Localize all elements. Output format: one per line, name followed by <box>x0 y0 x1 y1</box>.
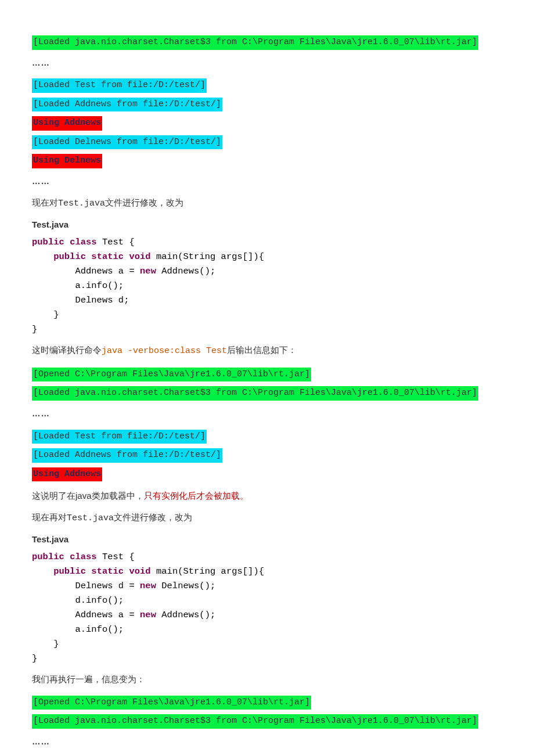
code-block-1: public class Test { public static void m… <box>32 235 502 337</box>
keyword-void: void <box>129 251 150 262</box>
paragraph-conclusion-1: 这说明了在java类加载器中，只有实例化后才会被加载。 <box>32 489 502 503</box>
code-text: d.info(); <box>32 595 124 606</box>
loaded-test-line: [Loaded Test from file:/D:/test/] <box>32 78 207 93</box>
code-text: Addnews(); <box>156 610 215 620</box>
log-line: [Loaded java.nio.charset.Charset$3 from … <box>32 385 502 402</box>
loaded-charset-line: [Loaded java.nio.charset.Charset$3 from … <box>32 714 478 729</box>
text-fragment: 后输出信息如下： <box>227 345 297 355</box>
log-line: [Loaded java.nio.charset.Charset$3 from … <box>32 713 502 730</box>
keyword-class: class <box>70 552 97 562</box>
using-delnews-line: Using Delnews <box>32 154 102 168</box>
opened-rt-line: [Opened C:\Program Files\Java\jre1.6.0_0… <box>32 696 311 710</box>
text-fragment: 这时编译执行命令 <box>32 345 102 355</box>
code-heading-1: Test.java <box>32 218 502 232</box>
opened-rt-line: [Opened C:\Program Files\Java\jre1.6.0_0… <box>32 368 311 382</box>
paragraph-rerun: 我们再执行一遍，信息变为： <box>32 673 502 686</box>
keyword-new: new <box>140 610 156 620</box>
text-fragment: 现在再对 <box>32 512 67 522</box>
using-addnews-line: Using Addnews <box>32 467 102 482</box>
code-text: Addnews(); <box>156 266 215 276</box>
document-page: [Loaded java.nio.charset.Charset$3 from … <box>0 0 534 756</box>
log-line: Using Delnews <box>32 153 502 170</box>
loaded-addnews-line: [Loaded Addnews from file:/D:/test/] <box>32 448 222 463</box>
keyword-public: public <box>53 566 86 577</box>
code-block-2: public class Test { public static void m… <box>32 550 502 667</box>
code-text: } <box>32 639 59 649</box>
code-text: Delnews d = <box>32 581 140 591</box>
code-text: Delnews d; <box>32 295 129 305</box>
code-text: Delnews(); <box>156 581 215 591</box>
code-heading-2: Test.java <box>32 533 502 546</box>
code-text: a.info(); <box>32 280 124 291</box>
command-text: java -verbose:class Test <box>102 346 227 356</box>
keyword-public: public <box>53 251 86 262</box>
page-footer: 5 / 10 <box>32 753 502 756</box>
code-text: main(String args[]){ <box>151 566 264 577</box>
loaded-charset-line: [Loaded java.nio.charset.Charset$3 from … <box>32 35 478 50</box>
loaded-addnews-line: [Loaded Addnews from file:/D:/test/] <box>32 98 222 112</box>
loaded-delnews-line: [Loaded Delnews from file:/D:/test/] <box>32 135 222 150</box>
loaded-test-line: [Loaded Test from file:/D:/test/] <box>32 430 207 444</box>
code-text: a.info(); <box>32 624 124 635</box>
ellipsis: …… <box>32 175 502 188</box>
keyword-public: public <box>32 552 64 562</box>
code-text: } <box>32 653 37 664</box>
code-text: Test { <box>97 552 135 562</box>
loaded-charset-line: [Loaded java.nio.charset.Charset$3 from … <box>32 386 478 401</box>
log-line: [Loaded Addnews from file:/D:/test/] <box>32 447 502 464</box>
paragraph-compile-cmd: 这时编译执行命令java -verbose:class Test后输出信息如下： <box>32 344 502 358</box>
log-line: [Opened C:\Program Files\Java\jre1.6.0_0… <box>32 366 502 383</box>
filename-text: Test.java <box>67 513 114 523</box>
code-text: } <box>32 324 37 334</box>
log-line: [Loaded Addnews from file:/D:/test/] <box>32 96 502 113</box>
text-fragment: 文件进行修改，改为 <box>114 512 192 522</box>
keyword-new: new <box>140 266 156 276</box>
keyword-new: new <box>140 581 156 591</box>
text-fragment: 文件进行修改，改为 <box>105 197 183 207</box>
log-line: [Loaded Test from file:/D:/test/] <box>32 77 502 94</box>
ellipsis: …… <box>32 57 502 70</box>
log-line: [Loaded java.nio.charset.Charset$3 from … <box>32 34 502 51</box>
code-text: } <box>32 309 59 320</box>
log-line: Using Addnews <box>32 466 502 483</box>
emphasis-text: 只有实例化后才会被加载。 <box>144 491 248 501</box>
text-fragment: 这说明了在java类加载器中， <box>32 491 144 501</box>
log-line: Using Addnews <box>32 115 502 132</box>
keyword-void: void <box>129 566 150 577</box>
keyword-static: static <box>91 251 124 262</box>
code-indent <box>32 566 53 577</box>
log-line: [Loaded Test from file:/D:/test/] <box>32 429 502 445</box>
using-addnews-line: Using Addnews <box>32 116 102 131</box>
ellipsis: …… <box>32 736 502 748</box>
code-text: Addnews a = <box>32 610 140 620</box>
paragraph-modify-1: 现在对Test.java文件进行修改，改为 <box>32 196 502 211</box>
log-line: [Loaded Delnews from file:/D:/test/] <box>32 134 502 151</box>
code-text: main(String args[]){ <box>151 251 264 262</box>
ellipsis: …… <box>32 408 502 420</box>
keyword-static: static <box>91 566 124 577</box>
keyword-public: public <box>32 237 64 247</box>
keyword-class: class <box>70 237 97 247</box>
log-line: [Opened C:\Program Files\Java\jre1.6.0_0… <box>32 694 502 711</box>
filename-text: Test.java <box>58 199 105 208</box>
paragraph-modify-2: 现在再对Test.java文件进行修改，改为 <box>32 511 502 525</box>
code-text: Test { <box>97 237 135 247</box>
code-indent <box>32 251 53 262</box>
text-fragment: 现在对 <box>32 197 58 207</box>
code-text: Addnews a = <box>32 266 140 276</box>
